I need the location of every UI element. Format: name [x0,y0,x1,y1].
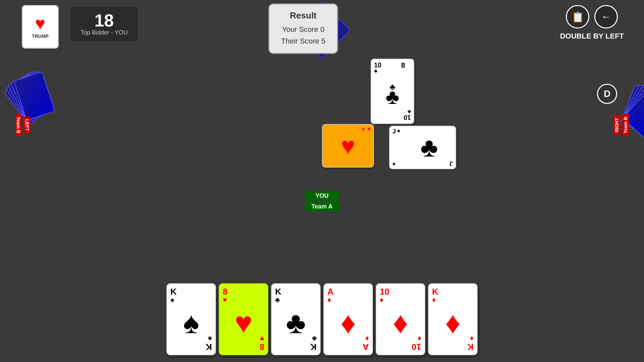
trump-suit-icon: ♥ [35,15,46,32]
hand-card-4[interactable]: A ♦ ♦ A ♦ [323,283,373,355]
hand-card-3[interactable]: K ♣ ♣ K ♣ [271,283,321,355]
hand-card-4-center: ♦ [340,305,356,340]
hand-card-1-center: ♠ [183,305,199,340]
hand-card-4-suit-br: ♦ [365,334,369,343]
hand-card-3-rank-br: K [310,342,317,352]
your-team-badge: Team A [305,202,339,212]
hand-card-2-rank-br: 8 [260,342,264,352]
you-label-area: YOU Team A [305,191,339,212]
result-box: Result Your Score 0 Their Score 5 [268,3,338,54]
hand-card-2[interactable]: 8 ♥ ♥ 8 ♥ [219,283,268,355]
hand-card-3-suit-br: ♣ [312,334,317,343]
hand-card-5-suit-br: ♦ [418,334,421,343]
result-title: Result [281,10,325,21]
left-trick-card: ♥ ♥ ♣ [322,124,374,168]
hand-card-5-rank-br: 10 [412,342,421,352]
top-trick-card: 10 ♣ ♣ ♣ 10 ♣ 8 [371,59,414,124]
hand-card-2-suit-top: ♥ [223,296,227,304]
hand-card-6-rank-br: K [467,342,474,352]
their-score: Their Score 5 [281,35,325,47]
hand-card-1-rank-br: K [206,342,212,352]
left-player-info: LEFT Team B [15,114,31,136]
bid-text: Top Bidder - YOU [80,29,128,36]
dealer-badge: D [597,84,617,104]
hand-card-1[interactable]: K ♠ ♠ K ♠ [166,283,216,355]
back-button[interactable]: ← [594,5,618,28]
player-hand: K ♠ ♠ K ♠ 8 ♥ ♥ 8 ♥ K ♣ ♣ K ♣ A ♦ ♦ A ♦ … [166,283,478,355]
you-badge: YOU [305,191,339,201]
your-score: Your Score 0 [281,23,325,35]
hand-card-1-suit-top: ♠ [170,296,174,304]
hand-card-3-center: ♣ [286,305,306,340]
left-position-badge: LEFT [24,116,31,133]
hand-card-2-center: ♥ [234,305,252,340]
bid-number: 18 [80,12,128,29]
hand-card-3-suit-top: ♣ [275,296,280,304]
left-team-badge: Team B [15,114,22,136]
hand-card-6-suit-br: ♦ [470,334,474,343]
right-trick-card: J ♣ J ♣ ♣ [389,126,456,169]
right-player-info: RIGHT Team B [613,114,629,136]
right-position-badge: RIGHT [613,115,620,135]
hand-card-1-suit-br: ♠ [208,334,212,343]
hand-card-2-suit-br: ♥ [260,334,264,343]
clipboard-button[interactable]: 📋 [566,5,589,28]
trump-label: TRUMP [32,34,49,39]
hand-card-5-suit-top: ♦ [380,296,383,304]
top-bidder-panel: 18 Top Bidder - YOU [70,7,138,41]
right-team-badge: Team B [622,114,629,136]
double-label: DOUBLE BY LEFT [560,32,624,41]
trump-card: ♥ TRUMP [22,5,59,49]
hand-card-4-rank-br: A [363,342,369,352]
hand-card-5-center: ♦ [393,305,408,340]
hand-card-6[interactable]: K ♦ ♦ K ♦ [428,283,478,355]
hand-card-6-suit-top: ♦ [432,296,436,304]
hand-card-6-center: ♦ [445,305,461,340]
hand-card-4-suit-top: ♦ [327,296,331,304]
top-right-area: 📋 ← DOUBLE BY LEFT [560,5,624,41]
hand-card-5[interactable]: 10 ♦ ♦ 10 ♦ [376,283,425,355]
